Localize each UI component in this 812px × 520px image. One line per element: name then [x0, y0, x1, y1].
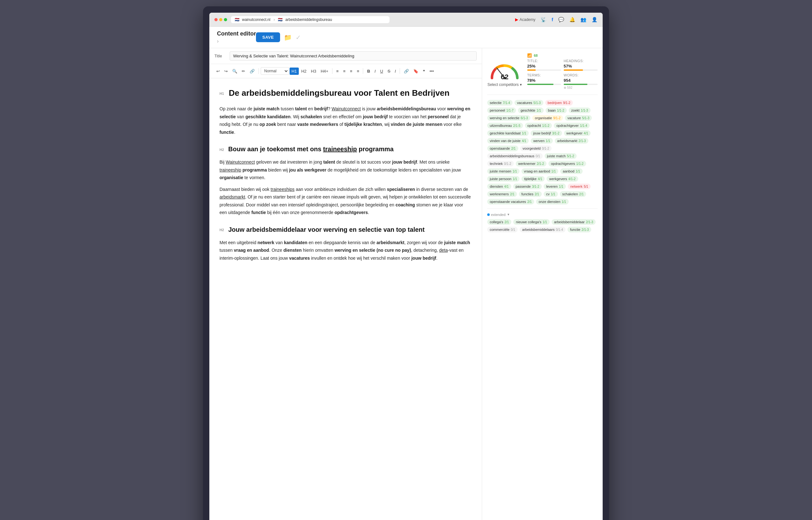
subscript-button[interactable]: I	[393, 68, 398, 75]
extended-keyword-tag[interactable]: nieuwe collega's1/1	[513, 219, 549, 225]
keyword-tag[interactable]: werknemer2/1-2	[516, 161, 547, 166]
broadcast-icon[interactable]: 📡	[540, 17, 547, 23]
link-traineeships[interactable]: traineeships	[271, 187, 295, 192]
keyword-tag[interactable]: arbeidsbemiddelingsbureaus0/1	[487, 153, 543, 159]
keyword-tag[interactable]: opdracht1/1-2	[525, 123, 552, 128]
keyword-tag[interactable]: opdrachtgever1/1-4	[554, 123, 590, 128]
breadcrumb-chevron[interactable]: ›	[217, 38, 256, 44]
underline-button[interactable]: U	[378, 68, 385, 75]
chat-icon[interactable]: 💬	[558, 17, 564, 23]
keyword-tag[interactable]: schakelen2/1	[560, 191, 586, 197]
extended-keyword-tag[interactable]: collega's2/1	[487, 219, 511, 225]
link-wainut-2[interactable]: Wainutconnect	[226, 159, 255, 164]
bookmark-button[interactable]: 🔖	[411, 68, 420, 75]
keyword-tag[interactable]: passende3/1-2	[513, 184, 542, 189]
user-icon[interactable]: 👤	[591, 17, 598, 23]
keyword-tag[interactable]: jouw bedrijf3/1-2	[531, 130, 562, 136]
keyword-tag[interactable]: selectie7/1-4	[487, 100, 513, 106]
underline-traineeship: traineeship	[323, 146, 357, 153]
extended-keyword-tag[interactable]: functie2/1-3	[567, 227, 591, 232]
bold-ws-2: werving en selectie (no cure no pay)	[335, 248, 411, 253]
keyword-tag[interactable]: leveren1/1	[544, 184, 566, 189]
more-button[interactable]: •••	[428, 68, 436, 75]
keyword-tag[interactable]: openstaande2/1	[487, 146, 518, 151]
address-bar[interactable]: 🇳🇱 wainutconnect.nl › 🇳🇱 arbeidsbemiddel…	[231, 16, 389, 23]
academy-icon[interactable]: ▶ Academy	[515, 17, 535, 22]
h4-button[interactable]: H4+	[319, 68, 330, 75]
keyword-tag[interactable]: zoekt1/1-3	[569, 107, 591, 113]
keyword-tag[interactable]: vraag en aanbod1/1	[522, 168, 558, 174]
check-circle-icon[interactable]: ✓	[296, 34, 301, 41]
bold-opdracht: opdrachtgevers	[335, 210, 368, 215]
keyword-tag[interactable]: bedrijven9/1-2	[545, 100, 573, 106]
quote-button[interactable]: ❝	[421, 68, 427, 75]
maximize-dot[interactable]	[224, 18, 227, 21]
italic-button[interactable]: I	[373, 68, 378, 75]
keyword-tag[interactable]: opdrachtgevers1/1-2	[549, 161, 586, 166]
link-traineeship[interactable]: traineeship	[220, 167, 242, 173]
keyword-count: 1/1	[551, 170, 556, 173]
keyword-tag[interactable]: netwerk5/1	[568, 184, 591, 189]
facebook-icon[interactable]: f	[552, 17, 553, 22]
redo-button[interactable]: ↪	[222, 68, 230, 75]
keyword-tag[interactable]: geschikte1/1	[518, 107, 543, 113]
align-center-button[interactable]: ≡	[341, 68, 348, 75]
keyword-tag[interactable]: werven1/1	[531, 138, 553, 144]
keyword-tag[interactable]: werkgevers4/1-2	[547, 176, 578, 182]
align-justify-button[interactable]: ≡	[355, 68, 361, 75]
select-competitors-button[interactable]: Select competitors ▾	[487, 82, 522, 87]
keyword-tag[interactable]: juiste persoon1/1	[487, 176, 519, 182]
keyword-tag[interactable]: vacature5/1-3	[565, 115, 592, 121]
keyword-tag[interactable]: techniek0/1-2	[487, 161, 514, 166]
keyword-tag[interactable]: juiste match5/1-2	[544, 153, 577, 159]
link-button[interactable]: 🔗	[402, 68, 411, 75]
keyword-tag[interactable]: vacatures5/1-3	[514, 100, 543, 106]
extended-keyword-tag[interactable]: commerciële0/1	[487, 227, 518, 232]
save-button[interactable]: SAVE	[256, 32, 280, 42]
strikethrough-button[interactable]: S	[386, 68, 392, 75]
edit-button[interactable]: ✏	[240, 68, 247, 75]
align-right-button[interactable]: ≡	[348, 68, 354, 75]
keyword-tag[interactable]: aanbod1/1	[560, 168, 583, 174]
h1-button[interactable]: H1	[289, 68, 299, 75]
bell-icon[interactable]: 🔔	[569, 17, 575, 23]
keyword-tag[interactable]: werknemers2/1	[487, 191, 517, 197]
keyword-tag[interactable]: diensten4/1	[487, 184, 511, 189]
link-wainut[interactable]: Wainutconnect	[331, 106, 361, 111]
h3-button[interactable]: H3	[309, 68, 318, 75]
keyword-tag[interactable]: baan1/1-2	[545, 107, 567, 113]
extended-dropdown-icon[interactable]: ▾	[507, 212, 509, 216]
keyword-tag[interactable]: voorgesteld0/1-2	[520, 146, 552, 151]
extended-keyword-tag[interactable]: arbeidsbemiddelaars0/1-4	[519, 227, 565, 232]
keyword-tag[interactable]: uitzendbureau2/1-5	[487, 123, 523, 128]
folder-icon[interactable]: 📁	[284, 34, 292, 41]
extended-keyword-tag[interactable]: arbeidsbemiddelaar2/1-3	[552, 219, 596, 225]
keyword-tag[interactable]: cv1/1	[544, 191, 558, 197]
keyword-tag[interactable]: juiste mensen1/1	[487, 168, 519, 174]
keyword-tag[interactable]: vinden van de juiste4/1	[487, 138, 529, 144]
keyword-tag[interactable]: personeel1/1-7	[487, 107, 516, 113]
h2-button[interactable]: H2	[299, 68, 309, 75]
keyword-tag[interactable]: werving en selectie6/1-3	[487, 115, 530, 121]
title-input[interactable]	[230, 51, 477, 60]
bold-netwerk: netwerk	[258, 240, 274, 245]
link-edit-button[interactable]: 🔗	[248, 68, 257, 75]
keyword-tag[interactable]: functies2/1	[519, 191, 542, 197]
keyword-tag[interactable]: werkgever4/1	[564, 130, 591, 136]
format-select[interactable]: Normal Heading 1 Heading 2	[261, 67, 289, 75]
keyword-tag[interactable]: organisatie9/1-2	[532, 115, 563, 121]
keyword-tag[interactable]: onze diensten1/1	[536, 199, 568, 205]
align-left-button[interactable]: ≡	[334, 68, 341, 75]
undo-button[interactable]: ↩	[214, 68, 222, 75]
minimize-dot[interactable]	[219, 18, 222, 21]
close-dot[interactable]	[214, 18, 218, 21]
keyword-tag[interactable]: arbeidsmarkt2/1-3	[555, 138, 588, 144]
keyword-tag[interactable]: tijdelijke4/1	[522, 176, 544, 182]
keyword-tag[interactable]: geschikte kandidaat1/1	[487, 130, 529, 136]
bold-button[interactable]: B	[365, 68, 372, 75]
keyword-tag[interactable]: openstaande vacatures2/1	[487, 199, 534, 205]
keyword-count: 9/1-2	[563, 101, 570, 105]
editor-content[interactable]: H1 De arbeidsbemiddelingsbureau voor Tal…	[209, 78, 482, 520]
user-group-icon[interactable]: 👥	[580, 17, 586, 23]
search-button[interactable]: 🔍	[230, 68, 239, 75]
